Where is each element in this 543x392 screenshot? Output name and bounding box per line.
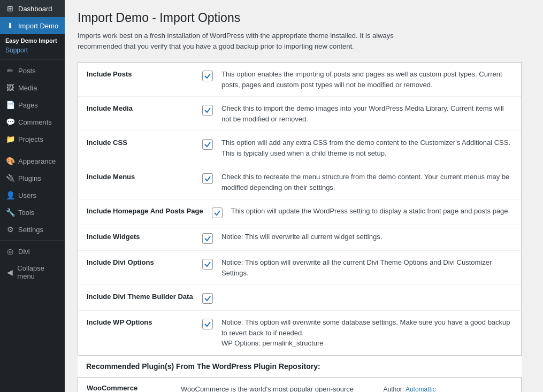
- sidebar-label-pages: Pages: [18, 101, 38, 109]
- easy-demo-import-label: Easy Demo Import: [0, 34, 65, 45]
- plugins-section: WooCommerce ✓ Installed ✓ Activate WooCo…: [78, 378, 522, 393]
- comments-icon: 💬: [5, 118, 15, 126]
- checkbox-include-css[interactable]: [202, 139, 213, 150]
- sidebar-item-divi[interactable]: ◎ Divi: [0, 243, 65, 260]
- appearance-icon: 🎨: [5, 157, 15, 165]
- sidebar-label-tools: Tools: [18, 209, 34, 217]
- sidebar-label-media: Media: [18, 84, 37, 92]
- checkbox-icon-include-media: [202, 105, 213, 116]
- sidebar-divider-1: [0, 59, 65, 60]
- checkbox-include-widgets[interactable]: [202, 233, 213, 244]
- sidebar-label-import-demo: Import Demo: [18, 22, 58, 30]
- import-demo-icon: ⬇: [5, 21, 15, 30]
- checkbox-icon-include-posts: [202, 71, 213, 81]
- option-desc-include-posts: This option enables the importing of pos…: [221, 69, 513, 90]
- checkbox-include-wp-options[interactable]: [202, 319, 213, 329]
- checkbox-include-homepage[interactable]: [212, 207, 223, 218]
- media-icon: 🖼: [5, 83, 15, 92]
- checkbox-icon-include-menus: [202, 173, 213, 184]
- option-row-include-homepage: Include Homepage And Posts Page This opt…: [78, 199, 521, 225]
- option-label-include-homepage: Include Homepage And Posts Page: [87, 206, 203, 215]
- sidebar-label-collapse: Collapse menu: [17, 264, 59, 280]
- option-label-include-media: Include Media: [87, 103, 194, 112]
- sidebar-item-collapse[interactable]: ◀ Collapse menu: [0, 260, 65, 285]
- sidebar-item-plugins[interactable]: 🔌 Plugins: [0, 170, 65, 187]
- option-row-include-menus: Include Menus Check this to recreate the…: [78, 165, 521, 199]
- settings-icon: ⚙: [5, 225, 15, 234]
- plugin-author: Author: Automattic: [384, 384, 513, 393]
- collapse-icon: ◀: [5, 268, 14, 276]
- checkbox-include-divi-options[interactable]: [202, 259, 213, 270]
- sidebar-item-posts[interactable]: ✏ Posts: [0, 62, 65, 79]
- option-desc-include-wp-options: Notice: This option will overwrite some …: [221, 317, 513, 349]
- checkbox-icon-include-divi-builder: [202, 293, 213, 304]
- sidebar-label-divi: Divi: [18, 248, 30, 256]
- wp-options-sub: WP Options: permalink_structure: [221, 339, 324, 347]
- checkbox-include-media[interactable]: [202, 105, 213, 116]
- option-desc-include-media: Check this to import the demo images int…: [221, 103, 513, 124]
- plugin-meta: Author: Automattic Downloads: 140,243,90…: [384, 384, 513, 393]
- options-table: Include Posts This option enables the im…: [78, 62, 522, 356]
- page-title: Import Demo - Import Options: [78, 11, 530, 25]
- option-desc-include-css: This option will add any extra CSS from …: [221, 137, 513, 158]
- sidebar-item-import-demo[interactable]: ⬇ Import Demo: [0, 17, 65, 34]
- tools-icon: 🔧: [5, 208, 15, 217]
- sidebar-label-appearance: Appearance: [18, 157, 56, 165]
- option-row-include-divi-options: Include Divi Options Notice: This option…: [78, 251, 521, 285]
- option-desc-include-homepage: This option will update the WordPress se…: [231, 206, 510, 217]
- support-link[interactable]: Support: [0, 45, 65, 57]
- sidebar-item-media[interactable]: 🖼 Media: [0, 79, 65, 96]
- option-desc-include-widgets: Notice: This will overwrite all current …: [221, 232, 382, 242]
- option-label-include-wp-options: Include WP Options: [87, 317, 194, 326]
- checkbox-icon-include-widgets: [202, 233, 213, 244]
- sidebar-divider-2: [0, 150, 65, 150]
- sidebar-item-pages[interactable]: 📄 Pages: [0, 96, 65, 113]
- plugins-icon: 🔌: [5, 174, 15, 182]
- plugin-description: WooCommerce is the world's most popular …: [181, 384, 375, 393]
- option-desc-include-divi-options: Notice: This option will overwrite all t…: [221, 257, 513, 278]
- checkbox-icon-include-homepage: [212, 207, 223, 218]
- plugins-section-header: Recommended Plugin(s) From The WordPress…: [78, 356, 522, 378]
- main-content: Import Demo - Import Options Imports wor…: [65, 0, 543, 392]
- sidebar-label-settings: Settings: [18, 226, 43, 234]
- option-label-include-menus: Include Menus: [87, 172, 194, 181]
- option-desc-include-menus: Check this to recreate the menu structur…: [221, 172, 513, 193]
- option-label-include-posts: Include Posts: [87, 69, 194, 78]
- option-row-include-wp-options: Include WP Options Notice: This option w…: [78, 311, 521, 355]
- checkbox-include-menus[interactable]: [202, 173, 213, 184]
- plugin-author-link[interactable]: Automattic: [406, 386, 436, 393]
- option-row-include-posts: Include Posts This option enables the im…: [78, 63, 521, 97]
- option-row-include-widgets: Include Widgets Notice: This will overwr…: [78, 225, 521, 251]
- checkbox-include-posts[interactable]: [202, 71, 213, 81]
- sidebar-item-dashboard[interactable]: ⊞ Dashboard: [0, 0, 65, 17]
- option-row-include-css: Include CSS This option will add any ext…: [78, 131, 521, 165]
- sidebar-item-appearance[interactable]: 🎨 Appearance: [0, 152, 65, 170]
- plugin-row-woocommerce: WooCommerce ✓ Installed ✓ Activate WooCo…: [78, 378, 521, 393]
- sidebar-divider-3: [0, 240, 65, 241]
- checkbox-include-divi-builder[interactable]: [202, 293, 213, 304]
- option-row-include-divi-builder: Include Divi Theme Builder Data: [78, 285, 521, 311]
- sidebar-label-users: Users: [18, 191, 36, 199]
- sidebar-label-plugins: Plugins: [18, 174, 41, 182]
- plugin-name-col: WooCommerce ✓ Installed ✓ Activate: [87, 384, 172, 393]
- option-label-include-divi-options: Include Divi Options: [87, 257, 194, 266]
- sidebar-item-projects[interactable]: 📁 Projects: [0, 130, 65, 148]
- sidebar-label-posts: Posts: [18, 67, 36, 75]
- sidebar-item-settings[interactable]: ⚙ Settings: [0, 221, 65, 238]
- divi-icon: ◎: [5, 247, 15, 256]
- checkbox-icon-include-wp-options: [202, 319, 213, 329]
- projects-icon: 📁: [5, 135, 15, 143]
- option-label-include-css: Include CSS: [87, 137, 194, 147]
- sidebar-label-dashboard: Dashboard: [18, 5, 52, 13]
- users-icon: 👤: [5, 191, 15, 199]
- sidebar-item-comments[interactable]: 💬 Comments: [0, 113, 65, 130]
- sidebar-item-tools[interactable]: 🔧 Tools: [0, 204, 65, 221]
- posts-icon: ✏: [5, 66, 15, 75]
- sidebar-label-projects: Projects: [18, 135, 43, 143]
- sidebar-label-comments: Comments: [18, 118, 52, 126]
- dashboard-icon: ⊞: [5, 4, 15, 13]
- option-label-include-divi-builder: Include Divi Theme Builder Data: [87, 291, 194, 301]
- option-row-include-media: Include Media Check this to import the d…: [78, 97, 521, 131]
- sidebar-item-users[interactable]: 👤 Users: [0, 187, 65, 204]
- page-description: Imports work best on a fresh installatio…: [78, 30, 425, 51]
